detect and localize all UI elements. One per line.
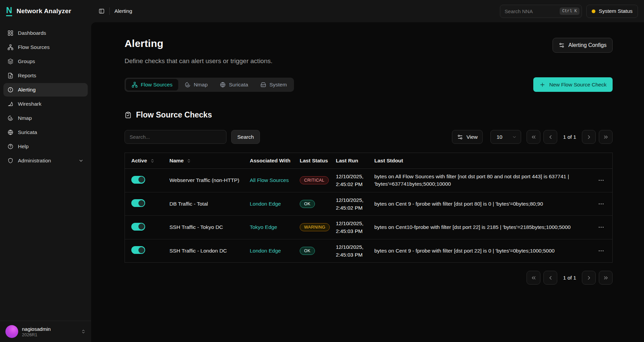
associated-with-link[interactable]: London Edge (250, 201, 281, 207)
user-version: 2026R1 (22, 332, 51, 337)
check-name: SSH Traffic - Tokyo DC (169, 224, 250, 230)
system-status-button[interactable]: System Status (586, 5, 638, 18)
logo-icon: N (6, 6, 12, 16)
sidebar-item-suricata[interactable]: Suricata (3, 126, 88, 139)
sidebar-item-dashboards[interactable]: Dashboards (3, 26, 88, 40)
last-run: 12/10/2025, 2:45:02 PM (336, 196, 374, 212)
user-name: nagiosadmin (22, 326, 51, 332)
table-body: Webserver Traffic (non-HTTP) All Flow So… (125, 169, 612, 262)
avatar (5, 325, 18, 338)
active-toggle[interactable] (131, 199, 145, 207)
view-button[interactable]: View (452, 130, 483, 144)
last-run: 12/10/2025, 2:45:03 PM (336, 243, 374, 259)
first-page-button[interactable] (527, 271, 540, 285)
table-header-row: Active Name Associated With Last Status … (125, 153, 612, 169)
tab-nmap[interactable]: Nmap (179, 79, 213, 90)
sort-icon (150, 159, 155, 163)
section-title: Flow Source Checks (136, 110, 212, 120)
last-page-button[interactable] (599, 130, 613, 144)
sidebar-item-flow-sources[interactable]: Flow Sources (3, 41, 88, 54)
sidebar-item-wireshark[interactable]: Wireshark (3, 97, 88, 111)
plus-icon (539, 82, 545, 88)
table-row: SSH Traffic - London DC London Edge OK 1… (125, 239, 612, 263)
sliders-icon (457, 134, 463, 140)
page-canvas: Alerting Define checks that can alert us… (91, 22, 644, 342)
col-header-last-status: Last Status (300, 158, 336, 164)
page-size-select[interactable]: 10 (490, 130, 521, 144)
page-indicator: 1 of 1 (563, 134, 576, 140)
sidebar-item-help[interactable]: Help (3, 140, 88, 153)
flow-sources-icon (7, 44, 14, 50)
associated-with-link[interactable]: All Flow Sources (250, 177, 289, 183)
row-menu-button[interactable] (598, 224, 605, 231)
nmap-icon (185, 82, 191, 88)
row-menu-button[interactable] (598, 247, 605, 254)
global-search[interactable]: Ctrl K (500, 5, 582, 18)
breadcrumb: Alerting (114, 8, 132, 14)
table-row: SSH Traffic - Tokyo DC Tokyo Edge WARNIN… (125, 216, 612, 239)
next-page-button[interactable] (582, 271, 596, 285)
last-stdout: bytes on Cent 9 - fprobe with filter [ds… (374, 200, 590, 208)
chevrons-up-down-icon (81, 329, 86, 334)
associated-with-link[interactable]: Tokyo Edge (250, 224, 277, 230)
col-header-active[interactable]: Active (131, 158, 169, 164)
page-title: Alerting (125, 38, 272, 49)
page-subtitle: Define checks that can alert users or tr… (125, 57, 272, 65)
user-menu[interactable]: nagiosadmin 2026R1 (0, 321, 91, 342)
chevron-left-icon (547, 275, 554, 281)
chevrons-left-icon (531, 134, 537, 140)
tab-flow-sources[interactable]: Flow Sources (126, 79, 178, 90)
flow-source-checks-table: Active Name Associated With Last Status … (125, 153, 613, 263)
global-search-input[interactable] (505, 8, 557, 14)
sidebar-item-groups[interactable]: Groups (3, 55, 88, 68)
sidebar-item-reports[interactable]: Reports (3, 69, 88, 82)
sidebar-item-administration[interactable]: Administration (3, 154, 88, 167)
associated-with-link[interactable]: London Edge (250, 248, 281, 254)
page-indicator: 1 of 1 (563, 275, 576, 281)
prev-page-button[interactable] (543, 130, 557, 144)
wireshark-icon (7, 101, 14, 107)
app-title: Network Analyzer (17, 7, 71, 15)
chevrons-left-icon (531, 275, 537, 281)
last-run: 12/10/2025, 2:45:02 PM (336, 173, 374, 188)
last-page-button[interactable] (599, 271, 613, 285)
new-flow-source-check-button[interactable]: New Flow Source Check (533, 77, 613, 92)
sliders-icon (559, 42, 565, 48)
active-toggle[interactable] (131, 246, 145, 254)
tab-suricata[interactable]: Suricata (214, 79, 254, 90)
last-run: 12/10/2025, 2:45:03 PM (336, 219, 374, 235)
row-menu-button[interactable] (598, 201, 605, 207)
chevron-down-icon (78, 158, 84, 163)
sidebar-item-nmap[interactable]: Nmap (3, 111, 88, 125)
active-toggle[interactable] (131, 223, 145, 231)
chevrons-right-icon (603, 134, 609, 140)
groups-icon (7, 58, 14, 64)
app-logo: N Network Analyzer (0, 0, 91, 22)
tab-system[interactable]: System (254, 79, 293, 90)
col-header-last-stdout: Last Stdout (374, 158, 590, 164)
last-stdout: bytes on Cent 9 - fprobe with filter [ds… (374, 247, 590, 255)
status-badge: WARNING (300, 223, 330, 231)
chevron-left-icon (547, 134, 554, 140)
sidebar-nav: Dashboards Flow Sources Groups Reports A… (0, 22, 91, 172)
sidebar-item-alerting[interactable]: Alerting (3, 83, 88, 97)
status-badge: OK (300, 247, 315, 255)
dashboards-icon (7, 30, 14, 36)
table-search-button[interactable]: Search (231, 130, 260, 144)
flow-sources-icon (132, 82, 138, 88)
row-menu-button[interactable] (598, 177, 605, 184)
first-page-button[interactable] (527, 130, 540, 144)
active-toggle[interactable] (131, 176, 145, 184)
sidebar-toggle-icon[interactable] (99, 8, 105, 14)
table-search-input[interactable] (125, 130, 226, 144)
last-stdout: bytes on All Flow Sources with filter [n… (374, 173, 590, 188)
next-page-button[interactable] (582, 130, 596, 144)
check-name: Webserver Traffic (non-HTTP) (169, 177, 250, 183)
alerting-configs-button[interactable]: Alerting Configs (553, 38, 613, 53)
col-header-name[interactable]: Name (169, 158, 250, 164)
last-stdout: bytes on Cent10-fprobe with filter [dst … (374, 223, 590, 231)
search-shortcut: Ctrl K (560, 7, 580, 15)
chevron-right-icon (586, 134, 592, 140)
system-icon (260, 82, 266, 88)
prev-page-button[interactable] (543, 271, 557, 285)
